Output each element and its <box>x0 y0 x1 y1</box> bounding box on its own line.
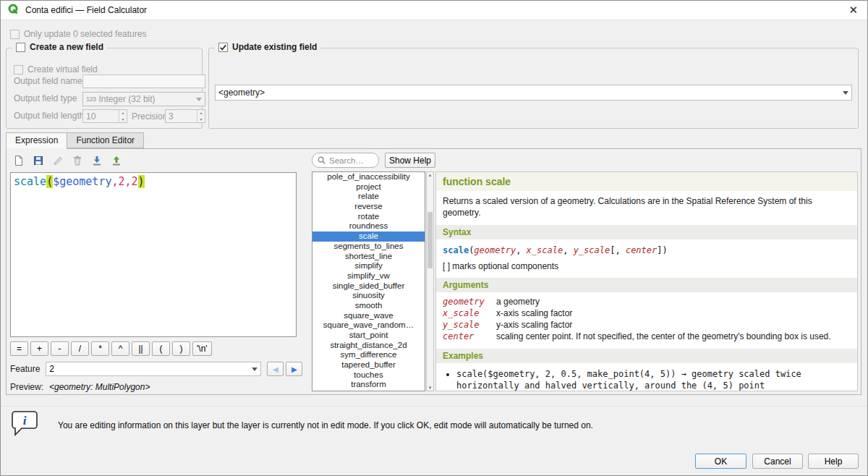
expression-token: , <box>111 175 118 188</box>
syntax-token: [, <box>610 245 626 255</box>
function-list-item[interactable]: smooth <box>312 301 425 311</box>
create-virtual-field-label: Create virtual field <box>27 64 98 75</box>
function-list-item[interactable]: sym_difference <box>312 350 425 360</box>
scroll-down-icon[interactable]: ▼ <box>427 386 433 390</box>
create-new-field-checkbox[interactable] <box>16 43 25 52</box>
function-list: pole_of_inaccessibilityprojectrelatereve… <box>312 171 425 391</box>
save-icon <box>33 155 44 166</box>
tab-function-editor[interactable]: Function Editor <box>67 132 144 148</box>
operator-button[interactable]: + <box>30 341 48 356</box>
expression-token: ) <box>138 175 145 188</box>
output-field-type-value: Integer (32 bit) <box>99 94 156 104</box>
argument-row: geometrya geometry <box>436 296 857 307</box>
operator-button[interactable]: = <box>10 341 28 356</box>
examples-list: scale($geometry, 2, 0.5, make_point(4, 5… <box>456 368 857 391</box>
check-icon <box>219 43 227 51</box>
only-update-checkbox: Only update 0 selected features <box>10 29 146 39</box>
scrollbar-thumb[interactable] <box>427 212 433 268</box>
output-field-length-value <box>83 110 119 122</box>
function-list-item[interactable]: pole_of_inaccessibility <box>312 172 425 182</box>
import-arrow-icon <box>91 155 103 166</box>
function-list-item[interactable]: shortest_line <box>312 252 425 262</box>
export-expression-button[interactable] <box>107 152 125 169</box>
show-help-button[interactable]: Show Help <box>385 153 435 168</box>
qgis-logo-icon <box>7 3 20 17</box>
function-list-item[interactable]: transform <box>312 380 425 390</box>
expression-token: $geometry <box>53 175 111 188</box>
function-list-item[interactable]: tapered_buffer <box>312 360 425 370</box>
function-list-item[interactable]: square_wave_random… <box>312 320 425 331</box>
function-list-item[interactable]: touches <box>312 370 425 381</box>
checkbox-box <box>10 30 20 39</box>
existing-field-combo[interactable]: <geometry> <box>215 85 852 101</box>
argument-name: geometry <box>443 297 496 307</box>
syntax-token: , <box>563 245 573 255</box>
chevron-down-icon <box>843 91 848 95</box>
syntax-token: ) <box>663 245 668 255</box>
operator-button[interactable]: * <box>91 341 109 356</box>
function-list-item[interactable]: scale <box>312 231 425 242</box>
expression-tab-panel: scale($geometry,2,2) =+-/*^||()'\n' Feat… <box>6 148 861 395</box>
function-list-item[interactable]: start_point <box>312 331 425 341</box>
cancel-button[interactable]: Cancel <box>752 454 803 469</box>
search-input[interactable] <box>329 156 371 165</box>
function-list-item[interactable]: project <box>312 182 425 192</box>
syntax-line: scale(geometry, x_scale, y_scale[, cente… <box>436 239 857 258</box>
function-list-item[interactable]: square_wave <box>312 311 425 321</box>
expression-token: ( <box>46 175 53 188</box>
function-list-item[interactable]: rotate <box>312 212 425 222</box>
save-expression-button[interactable] <box>29 152 47 169</box>
operator-button[interactable]: || <box>132 341 150 356</box>
help-button[interactable]: Help <box>808 454 859 469</box>
operator-button[interactable]: '\n' <box>192 341 212 356</box>
function-list-item[interactable]: reverse <box>312 202 425 212</box>
info-bubble-icon: i <box>10 409 41 439</box>
syntax-token: geometry <box>474 245 516 255</box>
close-button[interactable]: ✕ <box>846 4 861 17</box>
output-field-length-spinner: ▴▾ <box>82 109 127 123</box>
operator-button[interactable]: ) <box>172 341 190 356</box>
expression-editor[interactable]: scale($geometry,2,2) <box>10 172 297 337</box>
expression-token: scale <box>14 175 46 188</box>
examples-heading: Examples <box>436 349 857 363</box>
search-icon <box>317 156 326 165</box>
operator-button[interactable]: - <box>51 341 69 356</box>
arguments-table: geometrya geometryx_scalex-axis scaling … <box>436 292 857 349</box>
operator-button[interactable]: / <box>71 341 89 356</box>
spinner-arrows-icon: ▴▾ <box>119 110 127 122</box>
ok-button[interactable]: OK <box>695 454 746 469</box>
operator-buttons: =+-/*^||()'\n' <box>10 341 212 356</box>
function-list-item[interactable]: single_sided_buffer <box>312 281 425 292</box>
function-list-item[interactable]: relate <box>312 192 425 202</box>
checkbox-box <box>14 65 23 75</box>
function-list-item[interactable]: sinuosity <box>312 291 425 301</box>
edit-expression-button <box>48 152 67 169</box>
function-list-item[interactable]: simplify <box>312 261 425 271</box>
new-expression-button[interactable] <box>9 152 27 169</box>
feature-combo[interactable] <box>46 362 261 376</box>
argument-name: x_scale <box>443 308 496 318</box>
function-list-item[interactable]: straight_distance_2d <box>312 341 425 351</box>
function-list-item[interactable]: segments_to_lines <box>312 242 425 252</box>
update-existing-field-checkbox[interactable] <box>218 43 228 52</box>
syntax-token: center <box>626 245 657 255</box>
function-list-scrollbar[interactable]: ▲ ▼ <box>426 171 434 391</box>
function-help-panel: function scale Returns a scaled version … <box>435 171 858 391</box>
spinner-arrows-icon: ▴▾ <box>197 110 205 122</box>
syntax-token: scale <box>443 245 469 255</box>
next-feature-button[interactable]: ▶ <box>286 362 302 376</box>
function-list-item[interactable]: simplify_vw <box>312 271 425 281</box>
update-existing-field-group: Update existing field <geometry> <box>208 48 859 129</box>
chevron-down-icon <box>252 367 258 371</box>
operator-button[interactable]: ( <box>152 341 170 356</box>
help-title: function scale <box>436 172 857 191</box>
create-new-field-group: Create a new field Create virtual field … <box>6 48 203 129</box>
scroll-up-icon[interactable]: ▲ <box>427 173 433 177</box>
operator-button[interactable]: ^ <box>111 341 129 356</box>
function-list-item[interactable]: roundness <box>312 221 425 231</box>
precision-label: Precision <box>132 111 167 122</box>
feature-value-input[interactable] <box>49 364 249 374</box>
tab-expression[interactable]: Expression <box>6 132 67 149</box>
expression-code: scale($geometry,2,2) <box>11 173 296 190</box>
import-expression-button[interactable] <box>88 152 106 169</box>
